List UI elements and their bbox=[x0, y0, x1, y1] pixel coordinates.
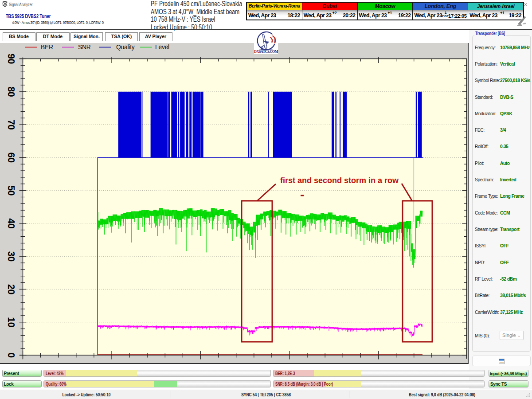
svg-text:20: 20 bbox=[6, 284, 16, 294]
svg-text:80: 80 bbox=[6, 86, 16, 97]
svg-text:DXSATCS.COM: DXSATCS.COM bbox=[254, 50, 278, 54]
svg-text:Level: Level bbox=[155, 44, 169, 51]
svg-text:SNR: SNR bbox=[78, 44, 91, 51]
svg-text:Quality: Quality bbox=[116, 44, 135, 51]
svg-text:10: 10 bbox=[6, 317, 16, 327]
svg-text:first and second storm in a ro: first and second storm in a row bbox=[280, 176, 399, 185]
svg-text:BER: BER bbox=[41, 44, 53, 51]
svg-text:40: 40 bbox=[6, 218, 16, 228]
svg-text:30: 30 bbox=[6, 251, 16, 262]
svg-text:0: 0 bbox=[6, 352, 16, 358]
svg-text:90: 90 bbox=[6, 54, 16, 64]
svg-text:60: 60 bbox=[6, 153, 16, 163]
svg-text:50: 50 bbox=[6, 185, 16, 196]
svg-text:70: 70 bbox=[6, 120, 16, 130]
